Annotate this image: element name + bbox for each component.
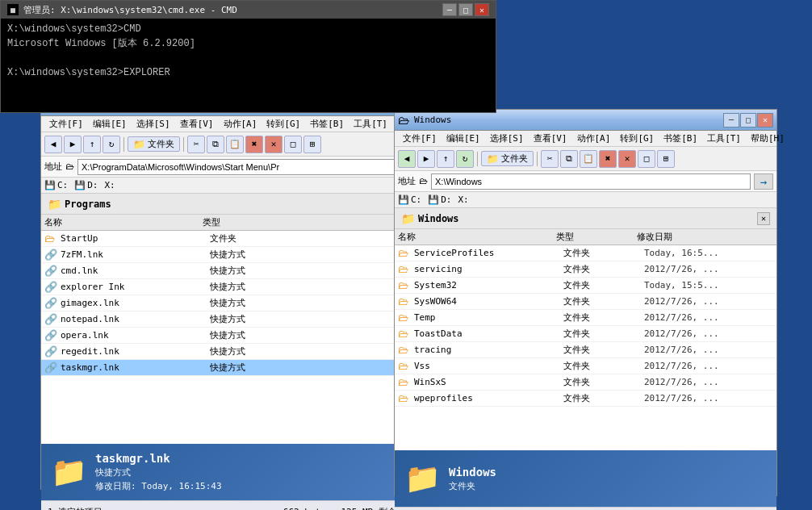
left-path-x[interactable]: X: xyxy=(105,180,115,190)
left-tb-copy-button[interactable]: ⧉ xyxy=(207,136,224,153)
left-tb-forward-button[interactable]: ▶ xyxy=(64,136,82,153)
right-menu-edit[interactable]: 编辑[E] xyxy=(442,132,485,145)
right-col-date-header[interactable]: 修改日期 xyxy=(637,231,734,243)
right-close-panel-button[interactable]: ✕ xyxy=(757,212,770,225)
right-menu-bookmark[interactable]: 书签[B] xyxy=(659,132,702,145)
right-tb-cut-button[interactable]: ✂ xyxy=(541,150,559,168)
cmd-maximize-button[interactable]: □ xyxy=(458,3,473,16)
left-col-name-header[interactable]: 名称 xyxy=(41,216,203,228)
right-tb-refresh-button[interactable]: ↻ xyxy=(456,150,474,168)
left-file-row-gimagex[interactable]: 🔗 gimagex.lnk 快捷方式 xyxy=(41,295,423,311)
left-file-row-regedit[interactable]: 🔗 regedit.lnk 快捷方式 xyxy=(41,344,423,360)
right-exp-toolbar: ◀ ▶ ↑ ↻ 📁 文件夹 ✂ ⧉ 📋 ✖ ✕ □ ⊞ xyxy=(395,147,776,171)
left-file-row-explorer[interactable]: 🔗 explorer Ink 快捷方式 xyxy=(41,279,423,295)
left-tb-paste-button[interactable]: 📋 xyxy=(226,136,244,153)
right-file-name-servicing: servicing xyxy=(414,264,563,274)
right-folder-header-icon: 📁 xyxy=(401,212,415,225)
right-explorer-window: 🗁 Windows ─ □ ✕ 文件[F] 编辑[E] 选择[S] 查看[V] … xyxy=(394,109,777,496)
cmd-minimize-button[interactable]: ─ xyxy=(442,3,457,16)
right-col-name-header[interactable]: 名称 xyxy=(395,231,556,243)
right-file-row-syswow64[interactable]: 🗁 SysWOW64 文件夹 2012/7/26, ... xyxy=(395,294,776,310)
right-path-x[interactable]: X: xyxy=(458,194,469,205)
right-tb-delete-button2[interactable]: ✕ xyxy=(618,150,636,168)
left-path-c[interactable]: 💾 C: xyxy=(44,180,68,190)
right-file-row-wpeprofiles[interactable]: 🗁 wpeprofiles 文件夹 2012/7/26, ... xyxy=(395,391,776,407)
right-drive-c-icon: 💾 xyxy=(398,194,409,205)
right-menu-goto[interactable]: 转到[G] xyxy=(615,132,659,145)
right-tb-up-button[interactable]: ↑ xyxy=(437,150,454,168)
right-file-type-system32: 文件夹 xyxy=(563,279,644,291)
left-path-d[interactable]: 💾 D: xyxy=(74,180,98,190)
right-addr-input[interactable] xyxy=(431,173,751,190)
right-preview-info: Windows 文件夹 xyxy=(449,466,496,492)
right-menu-view[interactable]: 查看[V] xyxy=(529,132,572,145)
right-tb-copy-button[interactable]: ⧉ xyxy=(560,150,578,168)
left-file-row-notepad[interactable]: 🔗 notepad.lnk 快捷方式 xyxy=(41,311,423,328)
right-file-date-toastdata: 2012/7/26, ... xyxy=(644,328,741,339)
left-col-type-header[interactable]: 类型 xyxy=(203,216,283,228)
left-menu-select[interactable]: 选择[S] xyxy=(132,117,175,131)
right-menu-file[interactable]: 文件[F] xyxy=(398,132,442,145)
cmd-icon: ■ xyxy=(7,4,19,15)
right-menu-help[interactable]: 帮助[H] xyxy=(746,132,789,145)
right-col-type-header[interactable]: 类型 xyxy=(556,231,637,243)
right-file-row-system32[interactable]: 🗁 System32 文件夹 Today, 15:5... xyxy=(395,278,776,294)
left-drive-d-label: D: xyxy=(87,180,98,190)
right-menu-action[interactable]: 动作[A] xyxy=(572,132,616,145)
right-addr-go-button[interactable]: → xyxy=(754,173,773,190)
right-path-d[interactable]: 💾 D: xyxy=(428,194,451,205)
right-menu-select[interactable]: 选择[S] xyxy=(485,132,529,145)
left-addr-input[interactable] xyxy=(77,159,397,175)
right-exp-minimize-button[interactable]: ─ xyxy=(723,113,739,128)
right-menu-tools[interactable]: 工具[T] xyxy=(702,132,746,145)
cmd-close-button[interactable]: ✕ xyxy=(475,3,489,16)
left-menu-file[interactable]: 文件[F] xyxy=(44,117,88,131)
right-tb-prop-button1[interactable]: □ xyxy=(638,150,655,168)
left-file-row-7zfm[interactable]: 🔗 7zFM.lnk 快捷方式 xyxy=(41,247,423,263)
left-menu-action[interactable]: 动作[A] xyxy=(219,117,262,131)
left-menu-edit[interactable]: 编辑[E] xyxy=(88,117,132,131)
right-tb-folder-button[interactable]: 📁 文件夹 xyxy=(481,151,534,166)
left-file-name-gimagex: gimagex.lnk xyxy=(61,298,210,308)
right-exp-body: 📁 Windows ✕ 名称 类型 修改日期 🗁 ServiceProfiles… xyxy=(395,208,776,450)
right-file-row-temp[interactable]: 🗁 Temp 文件夹 2012/7/26, ... xyxy=(395,310,776,326)
left-tb-prop-button2[interactable]: ⊞ xyxy=(303,136,321,153)
left-tb-folder-button[interactable]: 📁 文件夹 xyxy=(128,136,180,152)
right-file-row-servicing[interactable]: 🗁 servicing 文件夹 2012/7/26, ... xyxy=(395,261,776,278)
left-tb-up-button[interactable]: ↑ xyxy=(83,136,101,153)
cmd-title: 管理员: X:\windows\system32\cmd.exe - CMD xyxy=(23,4,442,16)
left-file-type-notepad: 快捷方式 xyxy=(210,313,291,325)
right-exp-preview: 📁 Windows 文件夹 xyxy=(395,450,776,507)
left-tb-refresh-button[interactable]: ↻ xyxy=(103,136,120,153)
right-tb-forward-button[interactable]: ▶ xyxy=(417,150,435,168)
left-tb-delete-button2[interactable]: ✕ xyxy=(265,136,283,153)
left-tb-prop-button1[interactable]: □ xyxy=(284,136,302,153)
right-tb-back-button[interactable]: ◀ xyxy=(398,150,416,168)
right-exp-close-button[interactable]: ✕ xyxy=(757,113,773,128)
left-tb-back-button[interactable]: ◀ xyxy=(44,136,62,153)
right-file-row-tracing[interactable]: 🗁 tracing 文件夹 2012/7/26, ... xyxy=(395,342,776,358)
right-file-row-vss[interactable]: 🗁 Vss 文件夹 2012/7/26, ... xyxy=(395,358,776,374)
right-file-date-wpeprofiles: 2012/7/26, ... xyxy=(644,393,741,403)
left-drive-x-label: X: xyxy=(105,180,115,190)
left-file-row-cmd[interactable]: 🔗 cmd.lnk 快捷方式 xyxy=(41,263,423,279)
right-file-row-serviceprofiles[interactable]: 🗁 ServiceProfiles 文件夹 Today, 16:5... xyxy=(395,245,776,261)
right-file-row-winsxs[interactable]: 🗁 WinSxS 文件夹 2012/7/26, ... xyxy=(395,374,776,391)
right-tb-delete-button1[interactable]: ✖ xyxy=(599,150,617,168)
left-tb-delete-button1[interactable]: ✖ xyxy=(245,136,263,153)
left-menu-bookmark[interactable]: 书签[B] xyxy=(305,117,349,131)
right-tb-prop-button2[interactable]: ⊞ xyxy=(657,150,675,168)
left-file-row-startup[interactable]: 🗁 StartUp 文件夹 xyxy=(41,231,423,247)
left-tb-cut-button[interactable]: ✂ xyxy=(187,136,205,153)
left-menu-goto[interactable]: 转到[G] xyxy=(262,117,305,131)
right-file-row-toastdata[interactable]: 🗁 ToastData 文件夹 2012/7/26, ... xyxy=(395,326,776,342)
left-file-row-taskmgr[interactable]: 🔗 taskmgr.lnk 快捷方式 xyxy=(41,360,423,376)
left-preview-date: 修改日期: Today, 16:15:43 xyxy=(95,480,222,492)
left-file-type-cmd: 快捷方式 xyxy=(210,265,291,277)
left-menu-tools[interactable]: 工具[T] xyxy=(349,117,392,131)
right-exp-maximize-button[interactable]: □ xyxy=(740,113,756,128)
right-path-c[interactable]: 💾 C: xyxy=(398,194,421,205)
left-file-row-opera[interactable]: 🔗 opera.lnk 快捷方式 xyxy=(41,328,423,344)
right-tb-paste-button[interactable]: 📋 xyxy=(580,150,597,168)
left-menu-view[interactable]: 查看[V] xyxy=(175,117,219,131)
